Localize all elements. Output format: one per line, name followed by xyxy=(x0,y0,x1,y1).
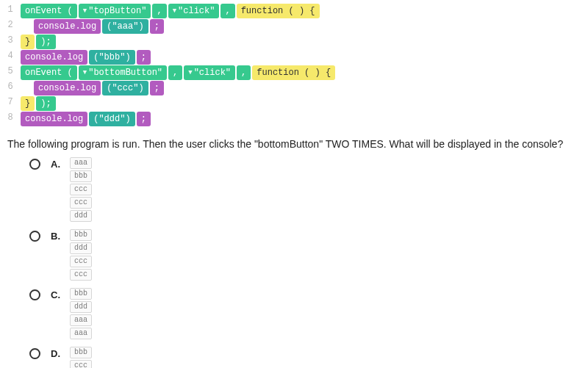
answer-lines: bbbccccccddd xyxy=(70,347,92,368)
code-token: ; xyxy=(137,50,151,65)
code-cell: }); xyxy=(21,34,57,49)
console-output-line: bbb xyxy=(70,229,92,241)
code-line: 1onEvent (▼"topButton",▼"click",function… xyxy=(0,3,588,18)
console-output-line: aaa xyxy=(70,157,92,169)
code-token: console.log xyxy=(21,50,87,65)
code-token: , xyxy=(152,4,166,18)
radio-icon[interactable] xyxy=(29,289,40,300)
code-token: ("bbb") xyxy=(89,50,135,65)
code-token: ); xyxy=(36,96,55,111)
answer-option[interactable]: D.bbbccccccddd xyxy=(29,347,588,368)
console-output-line: ddd xyxy=(70,301,92,313)
answer-option[interactable]: C.bbbdddaaaaaa xyxy=(29,288,588,339)
code-cell: console.log("ddd"); xyxy=(21,111,152,126)
code-cell: console.log("bbb"); xyxy=(21,49,152,65)
code-token: ("ddd") xyxy=(89,112,135,126)
console-output-line: ccc xyxy=(70,269,92,281)
code-token: , xyxy=(168,65,182,80)
line-number: 3 xyxy=(0,34,21,49)
code-line: 6console.log("ccc"); xyxy=(0,80,588,95)
code-token: ▼"bottomButton" xyxy=(79,65,167,80)
answer-label: A. xyxy=(51,157,70,170)
code-token: } xyxy=(21,96,35,111)
code-token: onEvent ( xyxy=(21,4,77,18)
console-output-line: aaa xyxy=(70,328,92,339)
answer-label: C. xyxy=(51,288,70,300)
code-token: ▼"click" xyxy=(168,4,220,18)
code-token: ; xyxy=(150,81,164,95)
radio-icon[interactable] xyxy=(29,159,40,170)
answer-option[interactable]: B.bbbdddcccccc xyxy=(29,229,588,281)
code-token: console.log xyxy=(21,112,87,126)
dropdown-icon: ▼ xyxy=(83,67,87,79)
code-token: ); xyxy=(36,35,55,49)
console-output-line: ccc xyxy=(70,256,92,267)
line-number: 2 xyxy=(0,18,21,34)
code-line: 8console.log("ddd"); xyxy=(0,111,588,126)
answer-lines: aaabbbccccccddd xyxy=(70,157,92,222)
console-output-line: bbb xyxy=(70,347,92,358)
code-token: ("ccc") xyxy=(102,81,148,95)
code-line: 4console.log("bbb"); xyxy=(0,49,588,65)
code-token: console.log xyxy=(34,81,101,95)
code-token: ▼"topButton" xyxy=(79,4,151,18)
console-output-line: ccc xyxy=(70,197,92,209)
answer-option[interactable]: A.aaabbbccccccddd xyxy=(29,157,588,222)
code-token: , xyxy=(220,4,234,18)
console-output-line: aaa xyxy=(70,314,92,326)
line-number: 5 xyxy=(0,65,21,80)
answer-label: B. xyxy=(51,229,70,242)
code-token: ; xyxy=(137,112,151,126)
dropdown-icon: ▼ xyxy=(188,67,192,79)
code-token: ▼"click" xyxy=(184,65,235,80)
answer-list: A.aaabbbccccccdddB.bbbdddccccccC.bbbddda… xyxy=(0,154,588,368)
code-token: ; xyxy=(150,19,164,34)
console-output-line: bbb xyxy=(70,170,92,182)
line-number: 7 xyxy=(0,95,21,111)
code-cell: onEvent (▼"topButton",▼"click",function … xyxy=(21,3,321,18)
line-number: 4 xyxy=(0,49,21,65)
dropdown-icon: ▼ xyxy=(83,5,87,17)
console-output-line: ccc xyxy=(70,184,92,195)
code-line: 3}); xyxy=(0,34,588,49)
code-cell: console.log("aaa"); xyxy=(34,18,165,34)
radio-icon[interactable] xyxy=(29,231,40,242)
line-number: 8 xyxy=(0,111,21,126)
console-output-line: ccc xyxy=(70,360,92,368)
answer-lines: bbbdddaaaaaa xyxy=(70,288,92,339)
code-cell: console.log("ccc"); xyxy=(34,80,165,95)
code-block: 1onEvent (▼"topButton",▼"click",function… xyxy=(0,0,588,132)
code-token: onEvent ( xyxy=(21,65,77,80)
code-token: , xyxy=(237,65,251,80)
console-output-line: ddd xyxy=(70,242,92,254)
code-token: function ( ) { xyxy=(237,4,320,18)
code-line: 2console.log("aaa"); xyxy=(0,18,588,34)
answer-lines: bbbdddcccccc xyxy=(70,229,92,281)
code-cell: }); xyxy=(21,95,57,111)
code-token: ("aaa") xyxy=(102,19,148,34)
line-number: 6 xyxy=(0,80,21,95)
code-token: function ( ) { xyxy=(252,65,335,80)
code-line: 7}); xyxy=(0,95,588,111)
code-token: console.log xyxy=(34,19,101,34)
console-output-line: bbb xyxy=(70,288,92,300)
code-token: } xyxy=(21,35,35,49)
code-cell: onEvent (▼"bottomButton",▼"click",functi… xyxy=(21,65,337,80)
code-line: 5onEvent (▼"bottomButton",▼"click",funct… xyxy=(0,65,588,80)
line-number: 1 xyxy=(0,3,21,18)
question-text: The following program is run. Then the u… xyxy=(0,132,588,154)
radio-icon[interactable] xyxy=(29,348,40,359)
console-output-line: ddd xyxy=(70,210,92,222)
answer-label: D. xyxy=(51,347,70,359)
dropdown-icon: ▼ xyxy=(173,5,176,17)
